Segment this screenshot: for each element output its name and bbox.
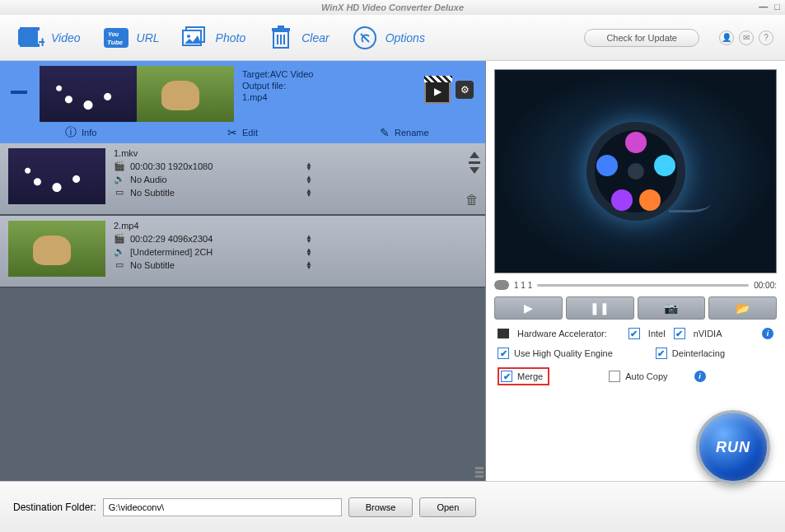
hq-engine-checkbox[interactable]: ✔ [498, 348, 509, 359]
stepper[interactable]: ▲▼ [306, 162, 312, 170]
stepper[interactable]: ▲▼ [306, 189, 312, 197]
info-icon[interactable]: i [694, 371, 706, 382]
wrench-icon [351, 24, 379, 52]
maximize-button[interactable]: □ [774, 2, 780, 12]
info-icon: ⓘ [65, 125, 77, 140]
playback-controls: ▶ ❚❚ 📷 📂 [494, 296, 777, 320]
reorder-control[interactable] [469, 152, 480, 174]
merge-checkbox[interactable]: ✔ [501, 371, 512, 382]
thumbnail-1 [40, 66, 137, 122]
arrow-up-icon[interactable] [470, 152, 479, 158]
mail-icon[interactable]: ✉ [739, 30, 754, 45]
clear-button[interactable]: Clear [262, 21, 334, 55]
photo-button[interactable]: Photo [176, 21, 251, 55]
file-panel: Target:AVC Video Output file: 1.mp4 ⚙ ⓘI… [0, 61, 486, 481]
film-reel-icon [586, 122, 685, 221]
scissors-icon: ✂ [227, 126, 237, 139]
file-name: 2.mp4 [114, 221, 139, 231]
hw-accel-label: Hardware Accelerator: [517, 329, 607, 338]
stepper[interactable]: ▲▼ [306, 175, 312, 184]
stepper[interactable]: ▲▼ [306, 235, 312, 243]
info-button[interactable]: ⓘInfo [0, 125, 161, 140]
dest-folder-input[interactable] [103, 498, 342, 516]
highlight-box-merge: ✔ Merge [498, 367, 549, 385]
svg-text:You: You [108, 31, 119, 37]
dest-folder-label: Destination Folder: [13, 502, 96, 513]
svg-rect-0 [18, 29, 38, 45]
open-folder-button[interactable]: 📂 [708, 296, 777, 320]
svg-rect-2 [20, 44, 40, 47]
thumbnail [8, 148, 105, 204]
check-update-button[interactable]: Check for Update [584, 29, 699, 47]
browse-button[interactable]: Browse [348, 497, 414, 517]
video-button[interactable]: + Video [12, 21, 86, 55]
play-button[interactable]: ▶ [494, 296, 563, 320]
pause-button[interactable]: ❚❚ [566, 296, 634, 320]
open-button[interactable]: Open [419, 497, 476, 517]
timeline-slider[interactable]: 1 1 1 00:00: [494, 280, 777, 290]
delete-item-button[interactable]: 🗑 [465, 193, 479, 208]
subtitle-icon: ▭ [114, 187, 125, 198]
svg-text:+: + [38, 34, 44, 50]
svg-rect-11 [272, 28, 290, 31]
window-title: WinX HD Video Converter Deluxe [321, 2, 464, 12]
run-button[interactable]: RUN [696, 410, 770, 484]
info-icon[interactable]: i [762, 328, 773, 339]
help-icon[interactable]: ? [759, 30, 773, 45]
snapshot-button[interactable]: 📷 [638, 296, 706, 320]
collapse-icon[interactable] [11, 91, 27, 94]
video-icon: + [16, 24, 44, 52]
settings-gear-icon[interactable]: ⚙ [456, 81, 474, 99]
slider-track[interactable] [537, 284, 749, 287]
speaker-icon: 🔊 [114, 174, 125, 184]
thumbnail [8, 221, 105, 277]
file-name: 1.mkv [114, 148, 138, 158]
svg-rect-1 [20, 27, 40, 30]
user-icon[interactable]: 👤 [719, 30, 734, 45]
selected-output-item[interactable]: Target:AVC Video Output file: 1.mp4 ⚙ [0, 61, 485, 122]
trash-icon [267, 24, 295, 52]
scroll-indicator[interactable] [475, 467, 484, 479]
svg-point-9 [187, 35, 190, 38]
youtube-icon: YouTube [102, 24, 130, 52]
speaker-icon: 🔊 [114, 246, 125, 257]
intel-checkbox[interactable]: ✔ [628, 328, 640, 339]
clapperboard-icon[interactable] [424, 81, 451, 104]
source-file-list: 1.mkv 🎬00:00:30 1920x1080▲▼ 🔊No Audio▲▼ … [0, 143, 485, 481]
nvidia-checkbox[interactable]: ✔ [674, 328, 685, 339]
conversion-options: Hardware Accelerator: ✔ Intel ✔ nVIDIA i… [498, 328, 773, 394]
footer-bar: Destination Folder: Browse Open [0, 481, 785, 532]
stepper[interactable]: ▲▼ [306, 261, 312, 269]
titlebar: WinX HD Video Converter Deluxe — □ [0, 0, 785, 15]
arrow-down-icon[interactable] [470, 167, 479, 174]
video-preview [494, 69, 777, 273]
rename-button[interactable]: ✎Rename [324, 125, 485, 140]
autocopy-checkbox[interactable]: ✔ [609, 371, 620, 382]
slider-knob[interactable] [494, 280, 509, 290]
svg-rect-12 [278, 26, 284, 28]
minimize-button[interactable]: — [759, 2, 768, 12]
url-button[interactable]: YouTube URL [97, 21, 165, 55]
main-toolbar: + Video YouTube URL Photo Clear Options … [0, 15, 785, 61]
film-icon: 🎬 [114, 233, 125, 244]
options-button[interactable]: Options [346, 21, 430, 55]
list-item[interactable]: 1.mkv 🎬00:00:30 1920x1080▲▼ 🔊No Audio▲▼ … [0, 143, 485, 216]
edit-button[interactable]: ✂Edit [161, 125, 323, 140]
subtitle-icon: ▭ [114, 259, 125, 270]
stepper[interactable]: ▲▼ [306, 248, 312, 256]
svg-text:Tube: Tube [107, 39, 124, 46]
photo-icon [181, 24, 209, 52]
list-item[interactable]: 2.mp4 🎬00:02:29 4096x2304▲▼ 🔊[Undetermin… [0, 216, 485, 288]
thumbnail-2 [137, 66, 234, 122]
deinterlacing-checkbox[interactable]: ✔ [656, 348, 667, 359]
film-icon: 🎬 [114, 161, 125, 171]
chip-icon [498, 329, 509, 338]
item-action-bar: ⓘInfo ✂Edit ✎Rename [0, 122, 485, 143]
rename-icon: ✎ [380, 126, 390, 139]
